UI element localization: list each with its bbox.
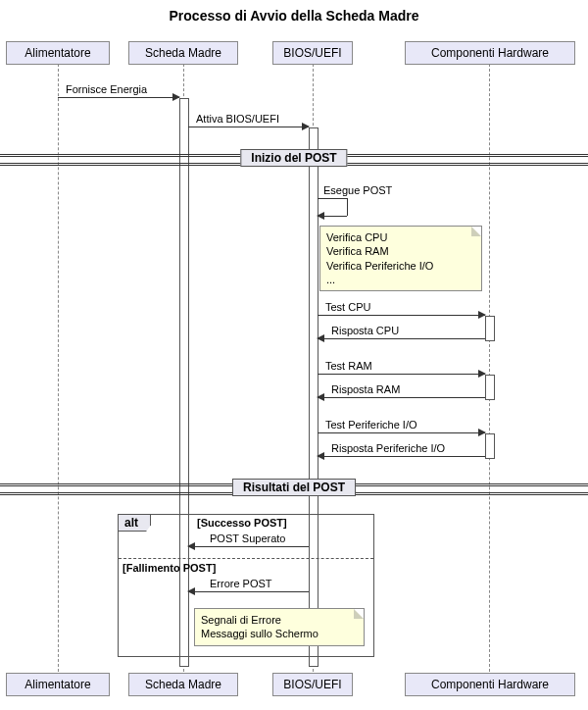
arrow-risposta-ram: Risposta RAM	[318, 386, 485, 400]
activation-comp-2	[485, 375, 495, 400]
divider-label-risultati: Risultati del POST	[232, 479, 356, 496]
label-test-cpu: Test CPU	[325, 301, 370, 313]
arrow-test-ram: Test RAM	[318, 363, 485, 377]
label-fornisce-energia: Fornisce Energia	[66, 83, 147, 95]
label-errore-post: Errore POST	[210, 578, 272, 589]
alt-separator	[119, 558, 373, 559]
arrow-attiva-bios: Attiva BIOS/UEFI	[188, 116, 309, 129]
label-risposta-periferiche: Risposta Periferiche I/O	[331, 442, 445, 454]
note-line-1: Verifica CPU	[326, 230, 475, 244]
note-line-3: Verifica Periferiche I/O	[326, 259, 475, 273]
note-line-4: ...	[326, 273, 475, 286]
label-test-ram: Test RAM	[325, 360, 372, 372]
note2-line-2: Messaggi sullo Schermo	[201, 627, 358, 640]
activation-comp-1	[485, 316, 495, 341]
label-esegue-post: Esegue POST	[323, 184, 392, 196]
arrow-test-cpu: Test CPU	[318, 304, 485, 318]
participant-componenti-bottom: Componenti Hardware	[405, 673, 575, 696]
arrow-test-periferiche: Test Periferiche I/O	[318, 422, 485, 435]
arrow-risposta-periferiche: Risposta Periferiche I/O	[318, 445, 485, 459]
participant-alimentatore-top: Alimentatore	[6, 41, 110, 65]
alt-label: alt	[119, 515, 151, 532]
note-verifiche: Verifica CPU Verifica RAM Verifica Perif…	[319, 226, 482, 291]
divider-risultati-post: Risultati del POST	[0, 479, 588, 500]
participant-scheda-madre-top: Scheda Madre	[128, 41, 238, 65]
label-post-superato: POST Superato	[210, 532, 285, 544]
divider-label-inizio: Inizio del POST	[240, 149, 347, 167]
arrow-post-superato: POST Superato	[188, 535, 309, 549]
guard-fallimento: [Fallimento POST]	[122, 562, 216, 574]
label-risposta-cpu: Risposta CPU	[331, 325, 399, 336]
guard-successo: [Successo POST]	[197, 517, 287, 529]
participant-bios-uefi-bottom: BIOS/UEFI	[272, 673, 353, 696]
arrow-errore-post: Errore POST	[188, 581, 309, 594]
label-test-periferiche: Test Periferiche I/O	[325, 419, 417, 431]
label-attiva-bios: Attiva BIOS/UEFI	[196, 113, 279, 125]
note2-line-1: Segnali di Errore	[201, 613, 358, 627]
diagram-title: Processo di Avvio della Scheda Madre	[0, 0, 588, 29]
participant-alimentatore-bottom: Alimentatore	[6, 673, 110, 696]
label-risposta-ram: Risposta RAM	[331, 383, 400, 395]
arrow-risposta-cpu: Risposta CPU	[318, 328, 485, 341]
sequence-diagram: Alimentatore Scheda Madre BIOS/UEFI Comp…	[0, 29, 588, 706]
participant-bios-uefi-top: BIOS/UEFI	[272, 41, 353, 65]
participant-componenti-top: Componenti Hardware	[405, 41, 575, 65]
divider-inizio-post: Inizio del POST	[0, 149, 588, 171]
arrow-fornisce-energia: Fornisce Energia	[58, 86, 179, 100]
note-errore: Segnali di Errore Messaggi sullo Schermo	[194, 608, 365, 646]
participant-scheda-madre-bottom: Scheda Madre	[128, 673, 238, 696]
activation-comp-3	[485, 433, 495, 459]
note-line-2: Verifica RAM	[326, 244, 475, 258]
